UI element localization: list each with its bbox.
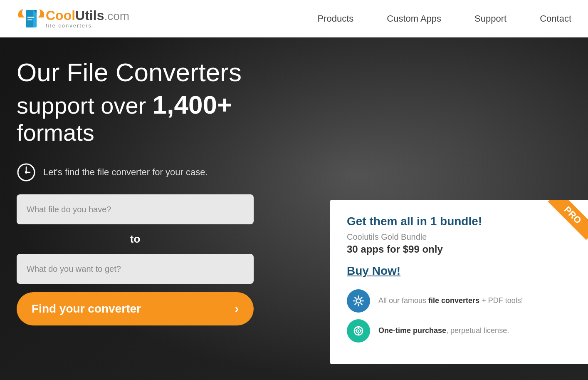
- hero-count: 1,400+: [153, 90, 232, 119]
- feature-text-2: One-time purchase, perpetual license.: [378, 325, 509, 336]
- clock-icon: [17, 163, 36, 182]
- svg-rect-1: [26, 10, 33, 27]
- logo-cool: Cool: [46, 8, 75, 23]
- find-converter-button[interactable]: Find your converter ›: [17, 292, 254, 325]
- promo-card: PRO Get them all in 1 bundle! Coolutils …: [330, 200, 588, 364]
- logo-subtitle: file converters: [46, 23, 129, 29]
- nav-support[interactable]: Support: [474, 13, 506, 24]
- chart-icon: [353, 325, 364, 337]
- feature-1-end: + PDF tools!: [479, 296, 523, 305]
- hero-subtitle: support over 1,400+: [17, 91, 324, 119]
- svg-rect-4: [27, 19, 32, 20]
- main-nav: Products Custom Apps Support Contact: [317, 13, 571, 24]
- hero-formats: formats: [17, 119, 324, 146]
- feature-icon-gear: [347, 289, 370, 313]
- nav-custom-apps[interactable]: Custom Apps: [387, 13, 441, 24]
- hero-section: Our File Converters support over 1,400+ …: [0, 37, 588, 380]
- feature-icon-chart: [347, 319, 370, 343]
- find-btn-arrow-icon: ›: [235, 302, 239, 315]
- logo-utils: Utils: [75, 8, 104, 23]
- nav-products[interactable]: Products: [317, 13, 353, 24]
- file-input-box[interactable]: What file do you have?: [17, 194, 254, 224]
- to-label: to: [17, 233, 254, 246]
- gear-icon: [353, 295, 364, 307]
- logo-text: CoolUtils.com file converters: [46, 8, 129, 29]
- logo-icon: [17, 5, 46, 32]
- bundle-subtitle: Coolutils Gold Bundle: [347, 232, 571, 242]
- site-header: CoolUtils.com file converters Products C…: [0, 0, 588, 37]
- svg-rect-3: [27, 17, 34, 18]
- buy-now-link[interactable]: Buy Now!: [347, 264, 571, 278]
- nav-contact[interactable]: Contact: [540, 13, 571, 24]
- feature-2-bold: One-time purchase: [378, 326, 446, 335]
- svg-point-12: [358, 330, 359, 332]
- feature-2-end: , perpetual license.: [446, 326, 509, 335]
- feature-row-1: All our famous file converters + PDF too…: [347, 289, 571, 313]
- pro-ribbon: PRO: [542, 200, 588, 246]
- file-input-placeholder: What file do you have?: [27, 205, 111, 214]
- logo[interactable]: CoolUtils.com file converters: [17, 5, 129, 32]
- hero-desc-row: Let's find the file converter for your c…: [17, 163, 324, 182]
- bundle-title: Get them all in 1 bundle!: [347, 215, 571, 228]
- pro-ribbon-label: PRO: [548, 200, 588, 240]
- svg-point-9: [356, 299, 361, 303]
- feature-1-start: All our famous: [378, 296, 428, 305]
- bundle-price: 30 apps for $99 only: [347, 243, 571, 255]
- feature-row-2: One-time purchase, perpetual license.: [347, 319, 571, 343]
- hero-subtitle-start: support over: [17, 92, 153, 119]
- find-btn-label: Find your converter: [32, 302, 141, 315]
- hero-title: Our File Converters: [17, 58, 324, 87]
- convert-input-box[interactable]: What do you want to get?: [17, 254, 254, 284]
- feature-1-bold: file converters: [428, 296, 479, 305]
- hero-desc-text: Let's find the file converter for your c…: [43, 167, 208, 178]
- convert-input-placeholder: What do you want to get?: [27, 264, 121, 274]
- logo-com: .com: [104, 10, 129, 22]
- feature-text-1: All our famous file converters + PDF too…: [378, 296, 523, 306]
- hero-content: Our File Converters support over 1,400+ …: [17, 58, 324, 325]
